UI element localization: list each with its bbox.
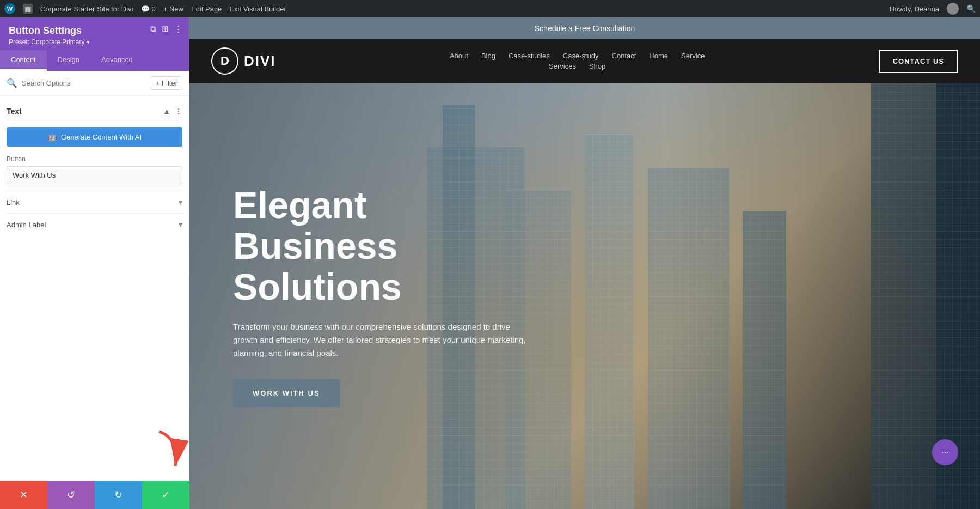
nav-contact[interactable]: Contact [612, 52, 636, 60]
tab-design[interactable]: Design [47, 50, 90, 71]
collapse-chevron-icon[interactable]: ▲ [163, 107, 170, 116]
admin-label-title: Admin Label [7, 221, 46, 229]
floating-menu-button[interactable]: ··· [932, 439, 958, 465]
nav-blog[interactable]: Blog [481, 52, 495, 60]
link-section: Link ▾ [7, 191, 182, 213]
maximize-icon[interactable]: ⧉ [150, 24, 156, 34]
hero-section: Elegant Business Solutions Transform you… [189, 83, 980, 509]
button-section: Button [7, 155, 182, 184]
search-input[interactable] [22, 79, 146, 87]
button-text-input[interactable] [7, 166, 182, 184]
site-name-link[interactable]: Corporate Starter Site for Divi [40, 5, 133, 13]
search-icon: 🔍 [7, 78, 17, 88]
nav-service[interactable]: Service [681, 52, 705, 60]
admin-bar-left: W 🏢 Corporate Starter Site for Divi 💬 0 … [4, 3, 286, 14]
comments-link[interactable]: 💬 0 [141, 5, 156, 13]
site-header: D DIVI About Blog Case-studies Case-stud… [189, 39, 980, 83]
contact-us-button[interactable]: CONTACT US [879, 50, 958, 73]
hero-title: Elegant Business Solutions [233, 185, 527, 307]
exit-builder-link[interactable]: Exit Visual Builder [229, 5, 286, 13]
bottom-bar: ✕ ↺ ↻ ✓ [0, 481, 189, 509]
website-preview: Schedule a Free Consultation D DIVI Abou… [189, 17, 980, 509]
columns-icon[interactable]: ⊞ [162, 24, 169, 34]
text-section-header: Text ▲ ⋮ [7, 102, 182, 120]
main-layout: Button Settings Preset: Corporate Primar… [0, 17, 980, 509]
section-menu-icon[interactable]: ⋮ [175, 107, 182, 116]
admin-label-header[interactable]: Admin Label ▾ [7, 220, 182, 229]
left-panel: Button Settings Preset: Corporate Primar… [0, 17, 189, 509]
hero-content: Elegant Business Solutions Transform you… [189, 152, 571, 439]
link-chevron-icon[interactable]: ▾ [179, 198, 182, 207]
site-navigation: About Blog Case-studies Case-study Conta… [450, 52, 705, 70]
preset-chevron-icon[interactable]: ▾ [87, 38, 90, 46]
nav-bottom-row: Services Shop [549, 62, 605, 70]
logo-circle: D [211, 47, 238, 75]
nav-services[interactable]: Services [549, 62, 576, 70]
nav-case-study[interactable]: Case-study [563, 52, 599, 60]
nav-about[interactable]: About [450, 52, 468, 60]
admin-label-chevron-icon[interactable]: ▾ [179, 220, 182, 229]
nav-shop[interactable]: Shop [589, 62, 605, 70]
more-options-icon[interactable]: ⋮ [174, 24, 182, 34]
link-section-header[interactable]: Link ▾ [7, 198, 182, 207]
text-section-title: Text [7, 107, 22, 116]
site-logo[interactable]: D DIVI [211, 47, 276, 75]
admin-bar-right: Howdy, Deanna 🔍 [889, 3, 976, 15]
new-button[interactable]: + New [163, 5, 183, 13]
admin-avatar[interactable] [947, 3, 959, 15]
site-icon: 🏢 [23, 4, 33, 14]
tab-content[interactable]: Content [0, 50, 47, 71]
tab-advanced[interactable]: Advanced [90, 50, 144, 71]
button-field-label: Button [7, 155, 182, 163]
nav-case-studies[interactable]: Case-studies [509, 52, 550, 60]
search-icon[interactable]: 🔍 [966, 4, 976, 13]
top-bar-text: Schedule a Free Consultation [535, 24, 635, 33]
generate-ai-button[interactable]: 🤖 Generate Content With AI [7, 127, 182, 147]
nav-top-row: About Blog Case-studies Case-study Conta… [450, 52, 705, 60]
panel-tabs: Content Design Advanced [0, 50, 189, 71]
nav-home[interactable]: Home [649, 52, 668, 60]
cancel-button[interactable]: ✕ [0, 481, 47, 509]
wp-admin-bar: W 🏢 Corporate Starter Site for Divi 💬 0 … [0, 0, 980, 17]
hero-subtitle: Transform your business with our compreh… [233, 320, 527, 360]
search-bar: 🔍 + Filter [0, 71, 189, 96]
arrow-indicator [142, 431, 196, 476]
filter-button[interactable]: + Filter [151, 76, 182, 90]
panel-header-icons: ⧉ ⊞ ⋮ [150, 24, 182, 34]
ai-icon: 🤖 [47, 132, 57, 141]
panel-header: Button Settings Preset: Corporate Primar… [0, 17, 189, 50]
hero-cta-button[interactable]: WORK WITH US [233, 379, 340, 407]
logo-text: DIVI [244, 53, 276, 70]
admin-label-section: Admin Label ▾ [7, 213, 182, 235]
howdy-label: Howdy, Deanna [889, 5, 939, 13]
save-button[interactable]: ✓ [142, 481, 189, 509]
panel-preset: Preset: Corporate Primary ▾ [9, 38, 180, 46]
wp-logo-icon[interactable]: W [4, 3, 15, 14]
site-top-bar: Schedule a Free Consultation [189, 17, 980, 39]
edit-page-link[interactable]: Edit Page [191, 5, 222, 13]
undo-button[interactable]: ↺ [47, 481, 95, 509]
section-icons: ▲ ⋮ [163, 107, 182, 116]
redo-button[interactable]: ↻ [95, 481, 142, 509]
panel-content: Text ▲ ⋮ 🤖 Generate Content With AI Butt… [0, 96, 189, 481]
link-section-title: Link [7, 198, 20, 207]
